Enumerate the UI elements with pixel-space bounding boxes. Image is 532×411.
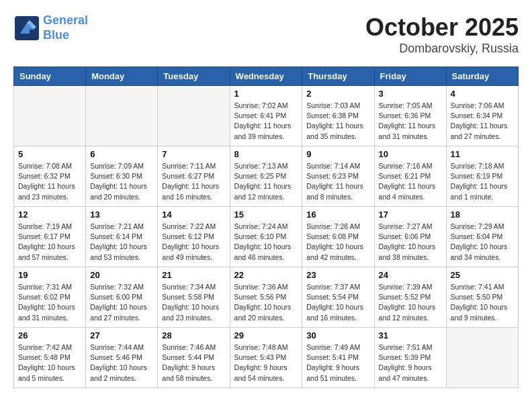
weekday-header-tuesday: Tuesday: [158, 67, 230, 86]
day-cell: 1Sunrise: 7:02 AM Sunset: 6:41 PM Daylig…: [230, 86, 302, 146]
day-info: Sunrise: 7:36 AM Sunset: 5:56 PM Dayligh…: [234, 282, 298, 323]
weekday-header-monday: Monday: [86, 67, 158, 86]
weekday-header-wednesday: Wednesday: [230, 67, 302, 86]
day-cell: 20Sunrise: 7:32 AM Sunset: 6:00 PM Dayli…: [86, 267, 158, 328]
day-info: Sunrise: 7:27 AM Sunset: 6:06 PM Dayligh…: [379, 222, 442, 263]
logo-icon: [13, 15, 40, 42]
day-number: 29: [234, 330, 298, 340]
day-cell: [14, 86, 86, 146]
day-number: 19: [18, 270, 81, 280]
day-info: Sunrise: 7:31 AM Sunset: 6:02 PM Dayligh…: [18, 282, 81, 323]
day-number: 16: [306, 210, 369, 220]
day-number: 25: [451, 270, 514, 280]
day-number: 11: [451, 149, 514, 159]
day-cell: 21Sunrise: 7:34 AM Sunset: 5:58 PM Dayli…: [158, 267, 230, 328]
weekday-header-friday: Friday: [374, 67, 446, 86]
day-number: 27: [90, 330, 153, 340]
day-cell: 9Sunrise: 7:14 AM Sunset: 6:23 PM Daylig…: [302, 146, 374, 207]
day-info: Sunrise: 7:34 AM Sunset: 5:58 PM Dayligh…: [162, 282, 225, 323]
day-info: Sunrise: 7:06 AM Sunset: 6:34 PM Dayligh…: [451, 101, 514, 142]
day-cell: 2Sunrise: 7:03 AM Sunset: 6:38 PM Daylig…: [302, 86, 374, 146]
logo: General Blue: [13, 13, 88, 42]
day-number: 31: [379, 330, 442, 340]
day-cell: 27Sunrise: 7:44 AM Sunset: 5:46 PM Dayli…: [86, 328, 158, 388]
day-number: 20: [90, 270, 153, 280]
day-number: 4: [451, 89, 514, 99]
day-cell: 19Sunrise: 7:31 AM Sunset: 6:02 PM Dayli…: [14, 267, 86, 328]
week-row-5: 26Sunrise: 7:42 AM Sunset: 5:48 PM Dayli…: [14, 328, 519, 388]
day-cell: 8Sunrise: 7:13 AM Sunset: 6:25 PM Daylig…: [230, 146, 302, 207]
day-number: 12: [18, 210, 81, 220]
day-number: 17: [379, 210, 442, 220]
day-info: Sunrise: 7:42 AM Sunset: 5:48 PM Dayligh…: [18, 342, 81, 383]
day-info: Sunrise: 7:09 AM Sunset: 6:30 PM Dayligh…: [90, 161, 153, 202]
day-info: Sunrise: 7:24 AM Sunset: 6:10 PM Dayligh…: [234, 222, 298, 263]
logo-line1: General: [43, 13, 88, 27]
day-info: Sunrise: 7:22 AM Sunset: 6:12 PM Dayligh…: [162, 222, 225, 263]
day-cell: 24Sunrise: 7:39 AM Sunset: 5:52 PM Dayli…: [374, 267, 446, 328]
week-row-2: 5Sunrise: 7:08 AM Sunset: 6:32 PM Daylig…: [14, 146, 519, 207]
day-cell: 15Sunrise: 7:24 AM Sunset: 6:10 PM Dayli…: [230, 207, 302, 267]
day-info: Sunrise: 7:05 AM Sunset: 6:36 PM Dayligh…: [379, 101, 442, 142]
day-cell: 18Sunrise: 7:29 AM Sunset: 6:04 PM Dayli…: [446, 207, 518, 267]
month-title: October 2025: [365, 13, 519, 42]
day-number: 8: [234, 149, 298, 159]
day-number: 28: [162, 330, 225, 340]
logo-line2: Blue: [43, 28, 69, 42]
day-info: Sunrise: 7:39 AM Sunset: 5:52 PM Dayligh…: [379, 282, 442, 323]
day-info: Sunrise: 7:21 AM Sunset: 6:14 PM Dayligh…: [90, 222, 153, 263]
day-info: Sunrise: 7:37 AM Sunset: 5:54 PM Dayligh…: [306, 282, 369, 323]
day-info: Sunrise: 7:19 AM Sunset: 6:17 PM Dayligh…: [18, 222, 81, 263]
day-number: 15: [234, 210, 298, 220]
day-cell: 7Sunrise: 7:11 AM Sunset: 6:27 PM Daylig…: [158, 146, 230, 207]
day-cell: 25Sunrise: 7:41 AM Sunset: 5:50 PM Dayli…: [446, 267, 518, 328]
day-cell: 6Sunrise: 7:09 AM Sunset: 6:30 PM Daylig…: [86, 146, 158, 207]
day-cell: 12Sunrise: 7:19 AM Sunset: 6:17 PM Dayli…: [14, 207, 86, 267]
page-header: General Blue October 2025 Dombarovskiy, …: [13, 13, 519, 56]
day-info: Sunrise: 7:49 AM Sunset: 5:41 PM Dayligh…: [306, 342, 369, 383]
day-cell: 4Sunrise: 7:06 AM Sunset: 6:34 PM Daylig…: [446, 86, 518, 146]
day-number: 1: [234, 89, 298, 99]
day-cell: 30Sunrise: 7:49 AM Sunset: 5:41 PM Dayli…: [302, 328, 374, 388]
day-number: 3: [379, 89, 442, 99]
day-cell: 17Sunrise: 7:27 AM Sunset: 6:06 PM Dayli…: [374, 207, 446, 267]
day-cell: 14Sunrise: 7:22 AM Sunset: 6:12 PM Dayli…: [158, 207, 230, 267]
day-info: Sunrise: 7:16 AM Sunset: 6:21 PM Dayligh…: [379, 161, 442, 202]
day-info: Sunrise: 7:46 AM Sunset: 5:44 PM Dayligh…: [162, 342, 225, 383]
day-number: 7: [162, 149, 225, 159]
day-info: Sunrise: 7:48 AM Sunset: 5:43 PM Dayligh…: [234, 342, 298, 383]
day-number: 22: [234, 270, 298, 280]
day-number: 10: [379, 149, 442, 159]
weekday-header-saturday: Saturday: [446, 67, 518, 86]
day-cell: 22Sunrise: 7:36 AM Sunset: 5:56 PM Dayli…: [230, 267, 302, 328]
weekday-header-sunday: Sunday: [14, 67, 86, 86]
day-number: 18: [451, 210, 514, 220]
day-info: Sunrise: 7:26 AM Sunset: 6:08 PM Dayligh…: [306, 222, 369, 263]
day-info: Sunrise: 7:29 AM Sunset: 6:04 PM Dayligh…: [451, 222, 514, 263]
day-info: Sunrise: 7:02 AM Sunset: 6:41 PM Dayligh…: [234, 101, 298, 142]
day-cell: [446, 328, 518, 388]
day-cell: 13Sunrise: 7:21 AM Sunset: 6:14 PM Dayli…: [86, 207, 158, 267]
day-info: Sunrise: 7:51 AM Sunset: 5:39 PM Dayligh…: [379, 342, 442, 383]
day-number: 30: [306, 330, 369, 340]
day-number: 6: [90, 149, 153, 159]
week-row-4: 19Sunrise: 7:31 AM Sunset: 6:02 PM Dayli…: [14, 267, 519, 328]
day-info: Sunrise: 7:08 AM Sunset: 6:32 PM Dayligh…: [18, 161, 81, 202]
day-info: Sunrise: 7:03 AM Sunset: 6:38 PM Dayligh…: [306, 101, 369, 142]
location: Dombarovskiy, Russia: [365, 42, 519, 56]
day-cell: 16Sunrise: 7:26 AM Sunset: 6:08 PM Dayli…: [302, 207, 374, 267]
day-info: Sunrise: 7:44 AM Sunset: 5:46 PM Dayligh…: [90, 342, 153, 383]
day-cell: 3Sunrise: 7:05 AM Sunset: 6:36 PM Daylig…: [374, 86, 446, 146]
week-row-1: 1Sunrise: 7:02 AM Sunset: 6:41 PM Daylig…: [14, 86, 519, 146]
day-info: Sunrise: 7:13 AM Sunset: 6:25 PM Dayligh…: [234, 161, 298, 202]
logo-text: General Blue: [43, 13, 88, 42]
day-number: 26: [18, 330, 81, 340]
day-cell: [158, 86, 230, 146]
week-row-3: 12Sunrise: 7:19 AM Sunset: 6:17 PM Dayli…: [14, 207, 519, 267]
day-info: Sunrise: 7:32 AM Sunset: 6:00 PM Dayligh…: [90, 282, 153, 323]
day-info: Sunrise: 7:11 AM Sunset: 6:27 PM Dayligh…: [162, 161, 225, 202]
day-cell: 31Sunrise: 7:51 AM Sunset: 5:39 PM Dayli…: [374, 328, 446, 388]
weekday-header-thursday: Thursday: [302, 67, 374, 86]
weekday-header-row: SundayMondayTuesdayWednesdayThursdayFrid…: [14, 67, 519, 86]
day-number: 13: [90, 210, 153, 220]
